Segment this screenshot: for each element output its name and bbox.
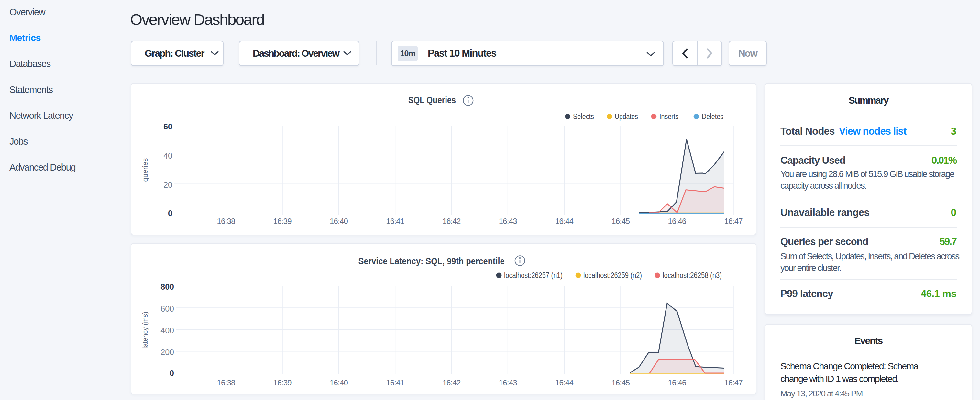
svg-text:16:40: 16:40 <box>330 378 348 387</box>
svg-text:40: 40 <box>163 151 172 160</box>
svg-text:localhost:26258 (n3): localhost:26258 (n3) <box>663 271 722 280</box>
svg-text:16:44: 16:44 <box>555 378 574 387</box>
svg-text:60: 60 <box>163 122 172 131</box>
svg-text:localhost:26259 (n2): localhost:26259 (n2) <box>583 271 642 280</box>
svg-text:16:38: 16:38 <box>217 217 235 226</box>
svg-text:16:40: 16:40 <box>330 217 348 226</box>
svg-text:Deletes: Deletes <box>702 112 724 121</box>
svg-text:0: 0 <box>170 369 174 378</box>
svg-text:16:45: 16:45 <box>611 378 630 387</box>
svg-text:queries: queries <box>141 158 149 182</box>
svg-text:16:43: 16:43 <box>499 217 517 226</box>
svg-text:20: 20 <box>163 180 172 189</box>
svg-text:200: 200 <box>161 347 174 357</box>
svg-text:Selects: Selects <box>573 112 594 121</box>
svg-text:0: 0 <box>168 209 172 218</box>
svg-text:Updates: Updates <box>615 112 638 121</box>
svg-text:800: 800 <box>161 282 174 291</box>
svg-text:16:41: 16:41 <box>386 217 404 226</box>
svg-text:16:42: 16:42 <box>442 217 461 226</box>
svg-text:16:46: 16:46 <box>668 378 686 387</box>
svg-text:16:46: 16:46 <box>668 217 686 226</box>
svg-text:Service Latency: SQL, 99th per: Service Latency: SQL, 99th percentile <box>358 256 505 266</box>
svg-text:16:42: 16:42 <box>442 378 461 387</box>
svg-text:localhost:26257 (n1): localhost:26257 (n1) <box>504 271 563 280</box>
svg-text:16:47: 16:47 <box>724 217 743 226</box>
svg-text:16:41: 16:41 <box>386 378 404 387</box>
svg-text:latency (ms): latency (ms) <box>141 312 149 349</box>
svg-text:16:38: 16:38 <box>217 378 235 387</box>
svg-text:16:47: 16:47 <box>724 378 743 387</box>
svg-text:400: 400 <box>161 326 174 335</box>
svg-text:16:44: 16:44 <box>555 217 574 226</box>
svg-text:16:39: 16:39 <box>274 378 292 387</box>
svg-text:16:43: 16:43 <box>499 378 517 387</box>
svg-text:16:39: 16:39 <box>274 217 292 226</box>
svg-text:SQL Queries: SQL Queries <box>408 94 456 105</box>
svg-text:16:45: 16:45 <box>611 217 630 226</box>
svg-text:600: 600 <box>161 304 174 313</box>
svg-text:Inserts: Inserts <box>659 112 678 121</box>
